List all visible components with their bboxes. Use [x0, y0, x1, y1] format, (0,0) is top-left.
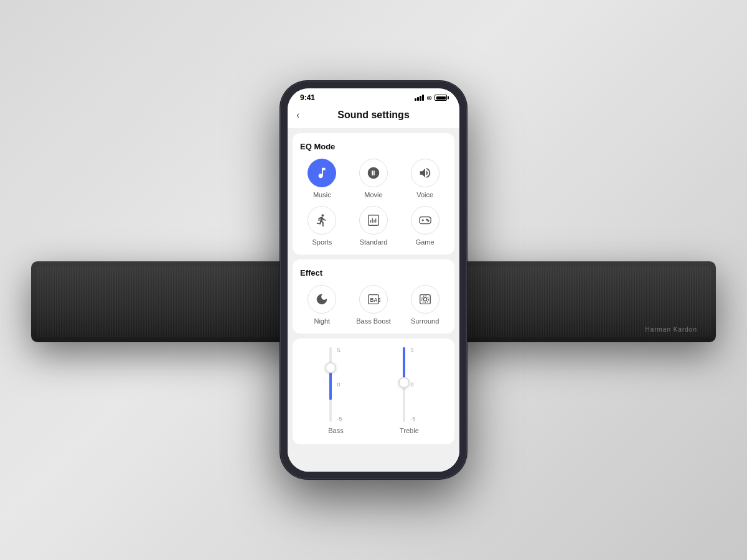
svg-point-13 [426, 219, 427, 220]
night-icon [315, 292, 329, 306]
eq-mode-grid: Music [300, 159, 447, 246]
effect-label-night: Night [314, 317, 330, 325]
eq-icon-sports [308, 206, 336, 235]
effect-label-bass-boost: Bass Boost [356, 317, 391, 325]
eq-item-game[interactable]: Game [403, 206, 447, 246]
effect-item-bass-boost[interactable]: BASS Bass Boost [352, 285, 396, 325]
effect-label-surround: Surround [411, 317, 439, 325]
wifi-icon: ⊜ [426, 94, 432, 102]
battery-fill [436, 96, 446, 100]
svg-point-19 [421, 296, 428, 303]
eq-mode-card: EQ Mode Music [293, 133, 454, 254]
treble-scale-mid: 0 [410, 381, 415, 388]
eq-item-standard[interactable]: Standard [352, 206, 396, 246]
bass-slider-wrap: 5 0 -5 [329, 347, 342, 422]
svg-point-14 [428, 220, 429, 222]
phone-screen: 9:41 ⊜ ‹ Sound settings [288, 88, 459, 472]
svg-point-3 [370, 175, 372, 177]
treble-slider-container: 5 0 -5 Treble [400, 347, 419, 434]
effect-icon-bass-boost: BASS [359, 285, 388, 314]
bass-slider-thumb[interactable] [325, 362, 336, 373]
eq-item-voice[interactable]: Voice [403, 159, 447, 198]
eq-icon-game [411, 206, 439, 235]
movie-icon [367, 166, 380, 180]
voice-icon [418, 166, 432, 180]
status-bar: 9:41 ⊜ [288, 88, 459, 105]
eq-label-movie: Movie [364, 191, 382, 198]
bass-slider-container: 5 0 -5 Bass [328, 347, 343, 434]
music-icon [315, 166, 329, 180]
treble-slider-thumb[interactable] [398, 377, 410, 388]
back-button[interactable]: ‹ [296, 110, 299, 121]
treble-slider-track[interactable] [403, 347, 405, 422]
svg-point-2 [375, 169, 377, 171]
status-time: 9:41 [300, 93, 315, 102]
eq-label-standard: Standard [360, 238, 388, 246]
eq-icon-movie [359, 159, 388, 187]
effect-icon-night [308, 285, 336, 314]
eq-item-movie[interactable]: Movie [352, 159, 396, 198]
signal-icon [415, 95, 424, 101]
eq-icon-music [308, 159, 336, 187]
svg-rect-5 [369, 215, 379, 226]
eq-item-music[interactable]: Music [300, 159, 344, 198]
phone-wrapper: 9:41 ⊜ ‹ Sound settings [280, 81, 467, 479]
svg-rect-10 [419, 217, 430, 224]
treble-label: Treble [400, 427, 419, 434]
eq-mode-title: EQ Mode [300, 142, 447, 151]
phone-device: 9:41 ⊜ ‹ Sound settings [280, 81, 467, 479]
eq-label-game: Game [416, 238, 435, 246]
page-title: Sound settings [337, 110, 410, 121]
app-content: EQ Mode Music [288, 128, 459, 472]
game-icon [418, 213, 432, 227]
surround-icon [418, 292, 432, 306]
effect-item-night[interactable]: Night [300, 285, 344, 325]
status-icons: ⊜ [415, 94, 447, 102]
eq-item-sports[interactable]: Sports [300, 206, 344, 246]
speaker-brand-label: Harman Kardon [645, 326, 697, 333]
svg-point-4 [375, 175, 377, 177]
sliders-card: 5 0 -5 Bass [293, 338, 454, 444]
bass-boost-icon: BASS [367, 292, 380, 306]
svg-point-18 [423, 297, 427, 301]
bass-scale-mid: 0 [337, 381, 342, 388]
svg-text:BASS: BASS [370, 297, 380, 303]
bass-slider-fill [329, 369, 332, 400]
svg-point-1 [370, 169, 372, 171]
bass-scale-bot: -5 [337, 416, 342, 422]
treble-scale-bot: -5 [410, 416, 415, 422]
app-header: ‹ Sound settings [288, 105, 459, 128]
battery-icon [435, 95, 447, 101]
effect-title: Effect [300, 268, 447, 278]
eq-label-sports: Sports [312, 238, 332, 246]
treble-scale-top: 5 [410, 347, 415, 353]
sports-icon [315, 213, 329, 227]
treble-scale: 5 0 -5 [410, 347, 415, 422]
effect-card: Effect Night [293, 259, 454, 334]
bass-slider-track[interactable] [329, 347, 332, 422]
bass-scale-top: 5 [337, 347, 342, 353]
eq-label-voice: Voice [416, 191, 433, 198]
bass-scale: 5 0 -5 [337, 347, 342, 422]
bass-label: Bass [328, 427, 343, 434]
eq-label-music: Music [313, 191, 331, 198]
effect-grid: Night BASS Bass Boost [300, 285, 447, 325]
standard-icon [367, 213, 380, 227]
eq-icon-voice [411, 159, 439, 187]
eq-icon-standard [359, 206, 388, 235]
treble-slider-wrap: 5 0 -5 [403, 347, 415, 422]
effect-item-surround[interactable]: Surround [403, 285, 447, 325]
effect-icon-surround [411, 285, 439, 314]
